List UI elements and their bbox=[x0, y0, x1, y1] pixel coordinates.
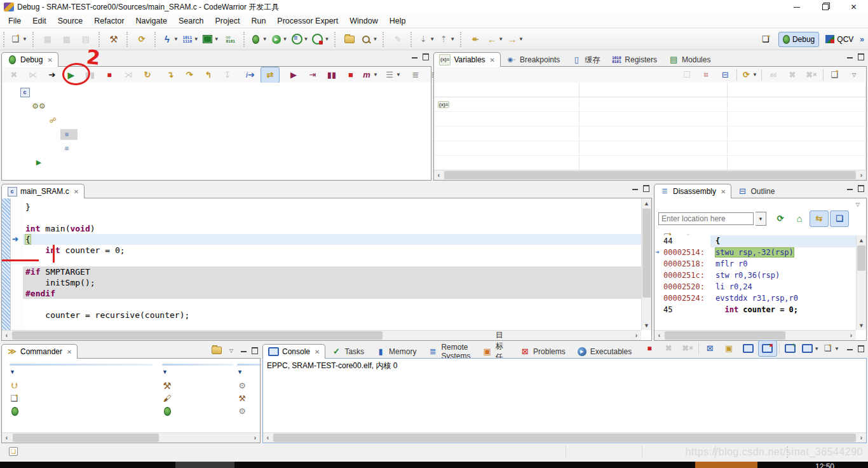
code-line[interactable] bbox=[23, 256, 641, 266]
variables-tab-variables[interactable]: (x)=Variables✕ bbox=[433, 52, 501, 67]
fast-view-icon[interactable]: ❏ bbox=[9, 447, 18, 456]
maximize-view-icon[interactable] bbox=[423, 53, 429, 60]
editor-hscrollbar[interactable]: ‹ › bbox=[2, 330, 641, 340]
disassembly-vscrollbar[interactable]: ▲ ▼ bbox=[856, 235, 866, 330]
close-tab-icon[interactable]: ✕ bbox=[490, 57, 495, 64]
commander-action[interactable]: 🖌 bbox=[162, 392, 233, 405]
disassembly-listing[interactable]: 44{➜00002514:stwu rsp,-32(rsp)00002518:m… bbox=[654, 235, 856, 330]
multicore-terminate-button[interactable]: ■ bbox=[342, 67, 360, 83]
pin-console-button[interactable]: ✖ bbox=[758, 340, 777, 357]
console-tab-remote-systems[interactable]: ≣Remote Systems bbox=[422, 344, 476, 359]
save-button[interactable]: ▦ bbox=[39, 32, 57, 47]
restore-button[interactable] bbox=[811, 0, 839, 14]
console-tab-memory[interactable]: ▮Memory bbox=[370, 344, 422, 359]
show-on-output-button[interactable] bbox=[739, 341, 757, 356]
variables-tab-breakpoints[interactable]: ◉◦Breakpoints bbox=[501, 52, 566, 67]
prev-annotation-button[interactable]: ⇡▼ bbox=[437, 32, 456, 47]
refresh-view-button[interactable]: ⟳ bbox=[771, 211, 789, 226]
import-binary-button[interactable]: 10111110▼ bbox=[181, 32, 200, 47]
save-all-button[interactable]: ▩ bbox=[58, 32, 76, 47]
taskbar-app-segment[interactable] bbox=[175, 462, 234, 468]
dropdown-caret-icon[interactable]: ▼ bbox=[262, 36, 268, 42]
menu-refactor[interactable]: Refactor bbox=[88, 14, 130, 28]
dropdown-caret-icon[interactable]: ▼ bbox=[373, 72, 378, 78]
maximize-view-icon[interactable] bbox=[858, 185, 864, 192]
scroll-right-icon[interactable]: › bbox=[857, 170, 866, 180]
column-header-value[interactable] bbox=[580, 83, 728, 97]
code-line[interactable]: } bbox=[23, 202, 641, 212]
code-line[interactable]: #if SMPTARGET bbox=[23, 266, 641, 277]
run-button[interactable]: ▶▼ bbox=[270, 32, 289, 47]
dropdown-caret-icon[interactable]: ▼ bbox=[283, 36, 288, 42]
code-line[interactable] bbox=[23, 212, 641, 223]
disassembly-row[interactable]: 45 int counter = 0; bbox=[654, 304, 856, 315]
minimize-view-icon[interactable] bbox=[847, 347, 853, 350]
variables-hscrollbar[interactable]: ‹ › bbox=[434, 170, 866, 180]
commander-action[interactable]: ⚒ bbox=[237, 392, 261, 405]
disassembly-row[interactable]: 00002520:li r0,24 bbox=[654, 281, 856, 292]
collapse-all-button[interactable]: ⊟ bbox=[716, 67, 734, 83]
commander-action[interactable]: ⮋ bbox=[10, 380, 153, 392]
display-selected-button[interactable]: ✎ bbox=[782, 341, 799, 356]
editor-gutter[interactable] bbox=[11, 198, 23, 330]
menu-source[interactable]: Source bbox=[52, 14, 89, 28]
commander-action[interactable]: ❏✦ bbox=[10, 392, 153, 405]
disassembly-tab-disassembly[interactable]: ☰Disassembly✕ bbox=[654, 184, 731, 198]
target-board-button[interactable]: ▼ bbox=[201, 32, 220, 47]
view-menu-icon[interactable]: ▽ bbox=[229, 348, 233, 354]
scroll-down-icon[interactable]: ▼ bbox=[642, 320, 651, 330]
editor-tab-main_sram.c[interactable]: cmain_SRAM.c✕ bbox=[1, 184, 85, 198]
scroll-right-icon[interactable]: › bbox=[846, 331, 856, 340]
dropdown-caret-icon[interactable]: ▼ bbox=[194, 36, 199, 42]
close-tab-icon[interactable]: ✕ bbox=[721, 188, 726, 195]
external-tools-button[interactable]: ▼ bbox=[311, 32, 330, 47]
variables-table-header[interactable] bbox=[434, 83, 866, 97]
dropdown-caret-icon[interactable]: ▼ bbox=[519, 36, 524, 42]
scroll-left-icon[interactable]: ‹ bbox=[654, 331, 664, 340]
disassembly-hscrollbar[interactable]: ‹ › bbox=[654, 330, 856, 340]
taskbar-app-segment-active[interactable] bbox=[695, 462, 757, 468]
display-console-button[interactable]: ▼ bbox=[801, 341, 820, 356]
menu-search[interactable]: Search bbox=[173, 14, 210, 28]
debug-tree-item[interactable]: ▶ bbox=[2, 155, 431, 169]
multicore-suspend-button[interactable]: ▮▮ bbox=[323, 67, 341, 83]
scroll-up-icon[interactable]: ▲ bbox=[642, 198, 651, 208]
next-annotation-button[interactable]: ⇣▼ bbox=[417, 32, 436, 47]
clear-console-button[interactable]: ⊠ bbox=[701, 341, 719, 356]
minimize-view-icon[interactable] bbox=[847, 187, 853, 190]
code-line[interactable]: #endif bbox=[23, 288, 641, 299]
dropdown-caret-icon[interactable]: ▼ bbox=[450, 36, 455, 42]
import-export-icon[interactable] bbox=[212, 345, 222, 355]
debug-tab-debug[interactable]: Debug✕ bbox=[1, 52, 58, 67]
new-wizard-button[interactable]: ❏✦▼ bbox=[10, 32, 29, 47]
collapse-triangle-icon[interactable]: ▼ bbox=[10, 369, 15, 375]
console-tab-problems[interactable]: ⊠Problems bbox=[514, 344, 571, 359]
remove-all-terminated-button[interactable]: ✖ bbox=[5, 67, 23, 83]
mark-occurrences-button[interactable]: ✎ bbox=[389, 32, 407, 47]
close-tab-icon[interactable]: ✕ bbox=[315, 348, 320, 355]
disassembly-row[interactable]: ➜00002514:stwu rsp,-32(rsp) bbox=[654, 247, 856, 258]
source-mode-toggle-button[interactable]: ⇄ bbox=[261, 67, 280, 83]
remove-launch-button[interactable]: ✖ bbox=[660, 341, 677, 356]
disconnect-button[interactable]: ⋊ bbox=[119, 67, 137, 83]
console-tab-console[interactable]: Console✕ bbox=[262, 344, 325, 359]
commander-action[interactable]: ⚙ bbox=[237, 380, 261, 392]
menu-edit[interactable]: Edit bbox=[27, 14, 52, 28]
back-button[interactable]: ←▼ bbox=[485, 32, 505, 47]
dropdown-caret-icon[interactable]: ▼ bbox=[430, 36, 435, 42]
drop-to-frame-button[interactable]: ↧ bbox=[219, 67, 236, 83]
scroll-left-icon[interactable]: ‹ bbox=[434, 170, 444, 180]
commander-action[interactable] bbox=[10, 405, 153, 418]
section-header[interactable]: ▼ bbox=[162, 369, 233, 375]
console-output[interactable]: EPPC, SRAM-TEST-core00.elf, 内核 0 bbox=[263, 359, 866, 373]
collapse-triangle-icon[interactable]: ▼ bbox=[162, 369, 168, 375]
build-button[interactable]: ⚒ bbox=[105, 32, 123, 47]
step-over-button[interactable]: ↷ bbox=[180, 67, 198, 83]
windows-taskbar[interactable]: 12:50 bbox=[0, 462, 868, 468]
code-line[interactable]: counter = recursive(counter); bbox=[23, 310, 641, 320]
minimize-view-icon[interactable] bbox=[847, 55, 853, 59]
menu-navigate[interactable]: Navigate bbox=[130, 14, 173, 28]
close-button[interactable]: ✕ bbox=[839, 0, 868, 14]
view-menu-button[interactable]: ▽ bbox=[845, 67, 863, 83]
open-perspective-icon[interactable]: ❏✦ bbox=[757, 32, 775, 47]
